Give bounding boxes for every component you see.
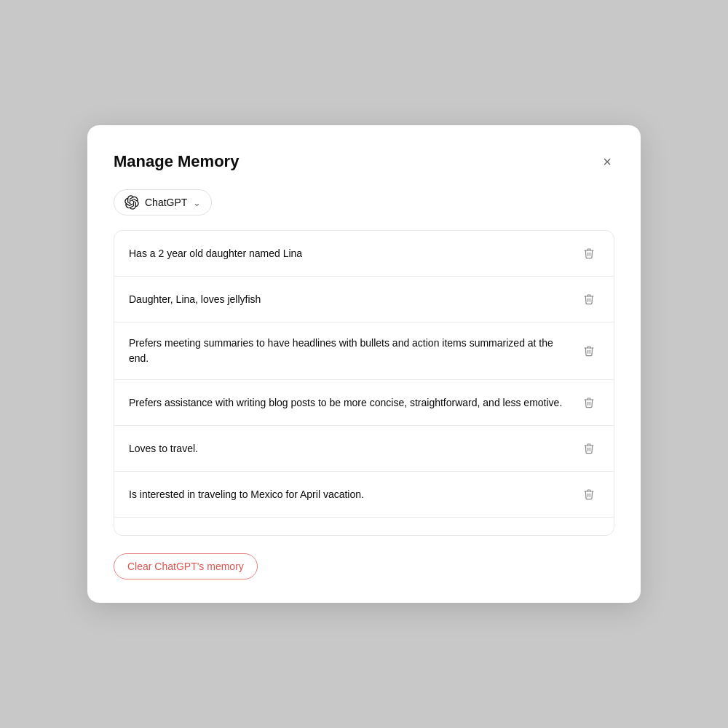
clear-memory-button[interactable]: Clear ChatGPT's memory: [114, 553, 258, 579]
modal-footer: Clear ChatGPT's memory: [114, 553, 614, 579]
memory-text: Daughter, Lina, loves jellyfish: [129, 292, 567, 307]
memory-text: Prefers meeting summaries to have headli…: [129, 336, 567, 366]
delete-memory-button-3[interactable]: [579, 341, 599, 360]
modal-title: Manage Memory: [114, 152, 239, 171]
delete-memory-button-1[interactable]: [579, 244, 599, 263]
trash-icon: [583, 293, 595, 306]
chevron-down-icon: ⌄: [193, 197, 201, 208]
trash-icon: [583, 344, 595, 357]
trash-icon: [583, 247, 595, 260]
memory-text: Prefers assistance with writing blog pos…: [129, 395, 567, 411]
memory-item: Prefers meeting summaries to have headli…: [114, 323, 614, 380]
modal-header: Manage Memory ×: [114, 151, 614, 172]
memory-list-scroll[interactable]: Has a 2 year old daughter named Lina Dau…: [114, 231, 614, 535]
delete-memory-button-7[interactable]: [579, 531, 599, 535]
memory-text: Loves to travel.: [129, 441, 567, 456]
memory-item: Prefers assistance with writing blog pos…: [114, 380, 614, 426]
trash-icon: [583, 396, 595, 409]
trash-icon: [583, 488, 595, 501]
delete-memory-button-5[interactable]: [579, 439, 599, 458]
memory-item: Is interested in traveling to Mexico for…: [114, 472, 614, 518]
memory-item: Loves to travel.: [114, 426, 614, 472]
manage-memory-modal: Manage Memory × ChatGPT ⌄ Has a 2 year o…: [87, 125, 641, 603]
memory-item: Has a 2 year old daughter named Lina: [114, 231, 614, 277]
memory-item: Daughter, Lina, loves jellyfish: [114, 277, 614, 323]
trash-icon: [583, 442, 595, 455]
memory-list: Has a 2 year old daughter named Lina Dau…: [114, 230, 614, 536]
source-selector[interactable]: ChatGPT ⌄: [114, 189, 212, 215]
delete-memory-button-2[interactable]: [579, 290, 599, 309]
memory-text: Has a 2 year old daughter named Lina: [129, 246, 567, 261]
chatgpt-icon: [124, 195, 139, 210]
memory-item: [114, 518, 614, 535]
source-name: ChatGPT: [145, 197, 187, 208]
memory-text: Is interested in traveling to Mexico for…: [129, 487, 567, 502]
delete-memory-button-4[interactable]: [579, 393, 599, 412]
close-button[interactable]: ×: [600, 151, 614, 172]
trash-icon: [583, 534, 595, 535]
delete-memory-button-6[interactable]: [579, 485, 599, 504]
